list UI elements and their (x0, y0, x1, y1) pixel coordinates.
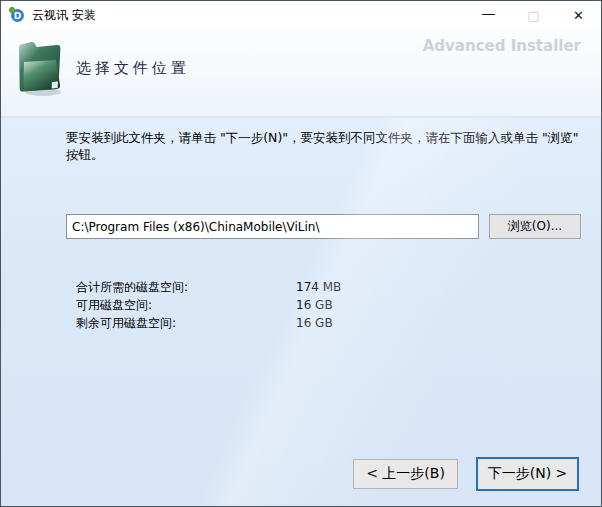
green-folder-icon (15, 38, 65, 98)
disk-row-available: 可用磁盘空间: 16 GB (76, 296, 416, 314)
page-title: 选择文件位置 (76, 59, 190, 78)
window-title: 云视讯 安装 (32, 7, 96, 24)
back-button[interactable]: < 上一步(B) (353, 459, 458, 489)
nav-button-bar: < 上一步(B) 下一步(N) > (1, 446, 601, 506)
caption-buttons: — ▢ ✕ (466, 1, 601, 29)
minimize-icon[interactable]: — (466, 1, 511, 29)
disk-value: 174 MB (296, 278, 416, 296)
disk-label: 可用磁盘空间: (76, 296, 296, 314)
close-icon[interactable]: ✕ (556, 1, 601, 29)
browse-button[interactable]: 浏览(O)... (489, 214, 581, 239)
next-button[interactable]: 下一步(N) > (476, 457, 579, 491)
disk-value: 16 GB (296, 296, 416, 314)
maximize-icon[interactable]: ▢ (511, 1, 556, 29)
title-bar[interactable]: D 云视讯 安装 — ▢ ✕ (1, 1, 601, 29)
install-path-input[interactable] (66, 214, 479, 239)
wizard-header: 选择文件位置 Advanced Installer (1, 29, 601, 117)
disk-row-required: 合计所需的磁盘空间: 174 MB (76, 278, 416, 296)
disk-row-remaining: 剩余可用磁盘空间: 16 GB (76, 314, 416, 332)
disk-space-info: 合计所需的磁盘空间: 174 MB 可用磁盘空间: 16 GB 剩余可用磁盘空间… (76, 278, 416, 332)
app-logo-icon: D (9, 7, 25, 23)
disk-value: 16 GB (296, 314, 416, 332)
disk-label: 剩余可用磁盘空间: (76, 314, 296, 332)
advanced-installer-watermark: Advanced Installer (423, 37, 581, 55)
installer-window: D 云视讯 安装 — ▢ ✕ (0, 0, 602, 507)
disk-label: 合计所需的磁盘空间: (76, 278, 296, 296)
wizard-body: 要安装到此文件夹，请单击 "下一步(N)"，要安装到不同文件夹，请在下面输入或单… (1, 118, 601, 506)
instruction-text: 要安装到此文件夹，请单击 "下一步(N)"，要安装到不同文件夹，请在下面输入或单… (66, 129, 590, 163)
